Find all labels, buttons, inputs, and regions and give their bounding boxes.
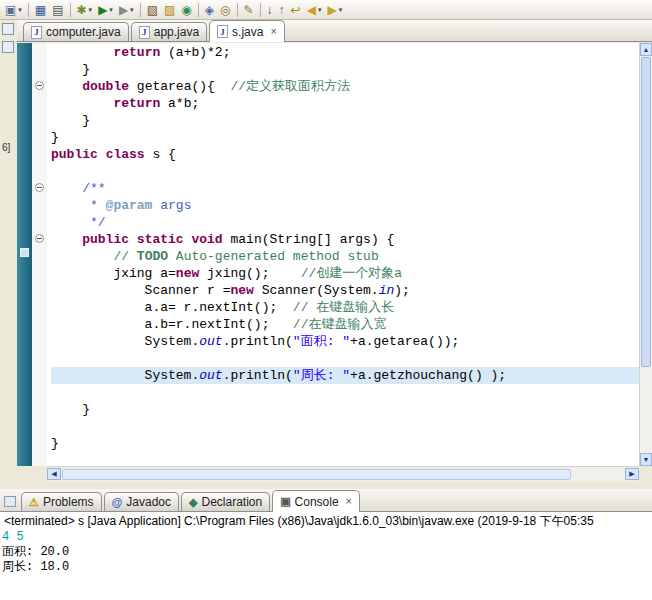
- vertical-scrollbar-thumb[interactable]: [641, 57, 651, 367]
- javadoc-tab[interactable]: @Javadoc: [104, 492, 179, 511]
- problems-icon: ⚠: [29, 497, 39, 508]
- run-button[interactable]: ▶▾: [95, 1, 116, 19]
- toolbar-separator: [237, 3, 238, 17]
- java-file-icon: J: [31, 26, 42, 39]
- dropdown-arrow-icon[interactable]: ▾: [339, 6, 343, 14]
- run-external-tools-button[interactable]: ▶▾: [116, 1, 137, 19]
- new-java-project-icon: ▧: [147, 4, 158, 16]
- horizontal-scrollbar[interactable]: ◀ ▶: [47, 466, 639, 481]
- dropdown-arrow-icon[interactable]: ▾: [89, 6, 93, 14]
- ruler-row: [32, 95, 47, 112]
- fold-minus: [37, 238, 42, 239]
- forward-icon: ▶: [327, 4, 336, 16]
- scroll-up-icon[interactable]: ▲: [640, 43, 652, 56]
- new-java-package-button[interactable]: ▨: [161, 1, 178, 19]
- code-segment: [215, 79, 231, 94]
- last-edit-location-button[interactable]: ↩: [288, 1, 304, 19]
- code-line: }: [51, 112, 639, 129]
- console-view: <terminated> s [Java Application] C:\Pro…: [0, 512, 652, 600]
- code-segment: "面积: ": [293, 334, 350, 349]
- new-java-class-button[interactable]: ◉: [178, 1, 194, 19]
- declaration-tab[interactable]: ◈Declaration: [181, 492, 270, 511]
- fold-collapse-icon[interactable]: [35, 234, 44, 243]
- editor-tab-app-java[interactable]: Japp.java: [131, 22, 207, 41]
- vertical-scrollbar[interactable]: ▲ ▼: [639, 43, 652, 466]
- main-toolbar: ▣▾▦▤✱▾▶▾▶▾▧▨◉◈◎✎↓↑↩◀▾▶▾: [0, 0, 652, 20]
- code-segment: }: [51, 113, 90, 128]
- forward-button[interactable]: ▶▾: [324, 1, 345, 19]
- code-segment: .println(: [223, 334, 293, 349]
- back-button[interactable]: ◀▾: [304, 1, 325, 19]
- fold-collapse-icon[interactable]: [35, 81, 44, 90]
- code-segment: //在键盘输入宽: [293, 317, 387, 332]
- bottom-tab-label: Problems: [43, 495, 94, 509]
- problems-tab[interactable]: ⚠Problems: [21, 492, 102, 511]
- code-line: return a*b;: [51, 95, 639, 112]
- fold-collapse-icon[interactable]: [35, 183, 44, 192]
- open-type-button[interactable]: ◈: [202, 1, 217, 19]
- scroll-left-icon[interactable]: ◀: [47, 468, 61, 480]
- code-line: }: [51, 401, 639, 418]
- save-button[interactable]: ▦: [32, 1, 49, 19]
- horizontal-scrollbar-thumb[interactable]: [62, 469, 571, 480]
- search-icon: ◎: [220, 4, 230, 16]
- scroll-right-icon[interactable]: ▶: [625, 468, 639, 480]
- left-trim-label: 6]: [2, 142, 10, 153]
- code-line: System.out.println("面积: "+a.getarea());: [51, 333, 639, 350]
- ruler-row: [32, 44, 47, 61]
- code-segment: TODO: [137, 249, 168, 264]
- code-editor[interactable]: return (a+b)*2; } double getarea(){ //定义…: [47, 43, 639, 466]
- toolbar-separator: [140, 3, 141, 17]
- minimized-view-icon-2[interactable]: [2, 41, 14, 53]
- bottom-tab-label: Javadoc: [126, 495, 171, 509]
- console-tab[interactable]: ▣Console×: [272, 490, 360, 512]
- ruler-row: [32, 78, 47, 95]
- next-annotation-button[interactable]: ↓: [264, 1, 276, 19]
- code-line: // TODO Auto-generated method stub: [51, 248, 639, 265]
- previous-annotation-button[interactable]: ↑: [276, 1, 288, 19]
- code-segment: void: [191, 232, 222, 247]
- toolbar-separator: [198, 3, 199, 17]
- code-segment: [277, 300, 293, 315]
- new-java-package-icon: ▨: [164, 4, 175, 16]
- declaration-icon: ◈: [189, 497, 197, 508]
- code-line: return (a+b)*2;: [51, 44, 639, 61]
- code-segment: args: [152, 198, 191, 213]
- ruler-row: [32, 418, 47, 435]
- restore-view-icon[interactable]: [20, 248, 29, 257]
- new-wizard-button[interactable]: ▣▾: [2, 1, 25, 19]
- scroll-down-icon[interactable]: ▼: [640, 453, 652, 466]
- minimized-view-icon-1[interactable]: [2, 23, 14, 35]
- editor-tab-computer-java[interactable]: Jcomputer.java: [23, 22, 129, 41]
- code-line: [51, 384, 639, 401]
- ruler-row: [32, 214, 47, 231]
- code-segment: out: [199, 334, 222, 349]
- ruler-row: [32, 197, 47, 214]
- code-segment: public: [82, 232, 129, 247]
- fold-minus: [37, 85, 42, 86]
- print-button[interactable]: ▤: [49, 1, 66, 19]
- close-icon[interactable]: ×: [270, 26, 276, 37]
- dropdown-arrow-icon[interactable]: ▾: [130, 6, 134, 14]
- mark-occurrences-button[interactable]: ✎: [241, 1, 257, 19]
- ruler-row: [32, 163, 47, 180]
- scrollbar-corner: [639, 466, 652, 481]
- new-java-project-button[interactable]: ▧: [144, 1, 161, 19]
- code-segment: s {: [145, 147, 176, 162]
- code-line: }: [51, 129, 639, 146]
- editor-tab-s-java[interactable]: Js.java×: [209, 20, 285, 42]
- last-edit-location-icon: ↩: [291, 4, 301, 16]
- code-segment: [51, 45, 113, 60]
- previous-annotation-icon: ↑: [279, 4, 285, 16]
- dropdown-arrow-icon[interactable]: ▾: [318, 6, 322, 14]
- dropdown-arrow-icon[interactable]: ▾: [109, 6, 113, 14]
- search-button[interactable]: ◎: [217, 1, 233, 19]
- ruler-row: [32, 146, 47, 163]
- run-icon: ▶: [98, 4, 107, 16]
- close-icon[interactable]: ×: [346, 496, 352, 507]
- debug-button[interactable]: ✱▾: [74, 1, 96, 19]
- code-segment: +a.getarea());: [350, 334, 459, 349]
- console-output[interactable]: 4 5面积: 20.0周长: 18.0: [0, 528, 652, 575]
- view-stack-icon[interactable]: [4, 496, 16, 507]
- dropdown-arrow-icon[interactable]: ▾: [18, 6, 22, 14]
